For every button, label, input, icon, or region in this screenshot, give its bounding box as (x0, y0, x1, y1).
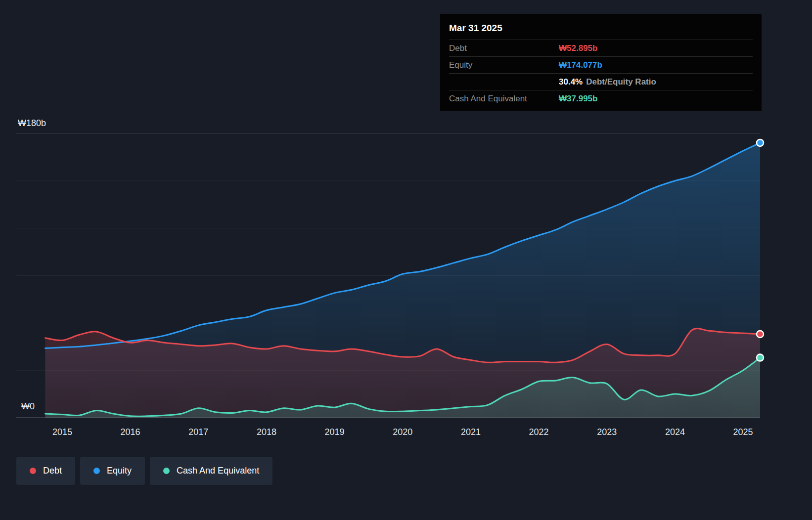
legend-item-label: Equity (107, 466, 132, 476)
tooltip-date: Mar 31 2025 (449, 19, 753, 40)
chart-tooltip: Mar 31 2025 Debt₩52.895bEquity₩174.077b3… (440, 14, 762, 111)
equity-series-dot-icon (93, 468, 100, 474)
chart-legend: DebtEquityCash And Equivalent (16, 457, 272, 485)
tooltip-row-value: ₩174.077b (559, 60, 753, 70)
tooltip-row-equity: Equity₩174.077b (449, 57, 753, 74)
tooltip-ratio-suffix: Debt/Equity Ratio (586, 77, 656, 87)
legend-item-cash-and-equivalent[interactable]: Cash And Equivalent (150, 457, 272, 485)
svg-text:2016: 2016 (121, 427, 140, 437)
svg-text:2015: 2015 (52, 427, 72, 437)
tooltip-row-label: Equity (449, 60, 559, 70)
legend-item-debt[interactable]: Debt (16, 457, 75, 485)
svg-text:2025: 2025 (733, 427, 753, 437)
tooltip-row-value: ₩37.995b (559, 94, 753, 104)
tooltip-row-debt: Debt₩52.895b (449, 40, 753, 57)
svg-text:2021: 2021 (461, 427, 481, 437)
legend-item-label: Cash And Equivalent (177, 466, 259, 476)
tooltip-row-ratio: 30.4%Debt/Equity Ratio (449, 74, 753, 90)
svg-text:2023: 2023 (597, 427, 617, 437)
tooltip-row-label: Cash And Equivalent (449, 94, 559, 104)
legend-item-label: Debt (43, 466, 62, 476)
debt-series-dot-icon (30, 468, 36, 474)
tooltip-row-value: ₩52.895b (559, 43, 753, 53)
tooltip-rows: Debt₩52.895bEquity₩174.077b30.4%Debt/Equ… (449, 40, 753, 107)
svg-text:2017: 2017 (188, 427, 208, 437)
legend-item-equity[interactable]: Equity (80, 457, 145, 485)
y-axis-label-max: ₩180b (18, 118, 46, 129)
y-axis-label-zero: ₩0 (21, 401, 35, 412)
svg-text:2018: 2018 (257, 427, 276, 437)
tooltip-row-cash-and-equivalent: Cash And Equivalent₩37.995b (449, 90, 753, 107)
svg-text:2022: 2022 (529, 427, 549, 437)
svg-text:2024: 2024 (665, 427, 685, 437)
tooltip-row-label: Debt (449, 43, 559, 53)
svg-text:2020: 2020 (393, 427, 412, 437)
cash-and-equivalent-series-dot-icon (163, 468, 170, 474)
svg-text:2019: 2019 (325, 427, 345, 437)
tooltip-row-value: 30.4%Debt/Equity Ratio (559, 77, 753, 87)
